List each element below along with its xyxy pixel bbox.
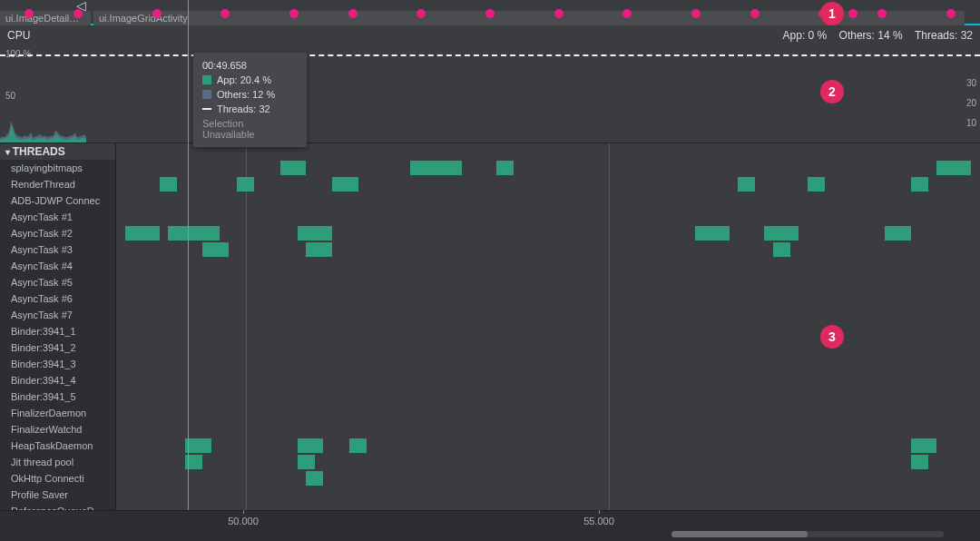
- scrollbar-thumb[interactable]: [671, 531, 808, 537]
- thread-row[interactable]: AsyncTask #1: [0, 209, 115, 225]
- thread-row[interactable]: AsyncTask #5: [0, 274, 115, 290]
- activity-block[interactable]: [168, 226, 220, 241]
- activity-block[interactable]: [808, 177, 825, 192]
- event-dot[interactable]: [691, 9, 701, 18]
- callout-1: 1: [820, 2, 844, 25]
- thread-row[interactable]: Jit thread pool: [0, 454, 115, 470]
- thread-row[interactable]: FinalizerWatchd: [0, 421, 115, 438]
- thread-lane[interactable]: [116, 372, 980, 389]
- event-dot[interactable]: [554, 9, 564, 18]
- tooltip-footer: Selection Unavailable: [202, 118, 298, 140]
- thread-row[interactable]: AsyncTask #3: [0, 241, 115, 258]
- thread-lane[interactable]: [116, 405, 980, 421]
- activity-block[interactable]: [306, 242, 332, 257]
- activity-block[interactable]: [280, 161, 307, 175]
- thread-names-column: THREADS splayingbitmapsRenderThreadADB-J…: [0, 143, 116, 510]
- activity-block[interactable]: [125, 226, 160, 241]
- thread-row[interactable]: splayingbitmaps: [0, 160, 115, 176]
- activity-block[interactable]: [298, 455, 315, 469]
- cpu-tooltip: 00:49.658 App: 20.4 % Others: 12 % Threa…: [193, 53, 307, 147]
- event-dot[interactable]: [750, 9, 760, 18]
- thread-row[interactable]: ADB-JDWP Connec: [0, 192, 115, 209]
- thread-lane[interactable]: [116, 160, 980, 176]
- cpu-area-chart: [0, 56, 86, 143]
- activity-block[interactable]: [936, 161, 971, 175]
- swatch-app-icon: [202, 75, 211, 84]
- ruler-tick-50: 50.000: [228, 516, 259, 526]
- threads-header[interactable]: THREADS: [0, 143, 115, 160]
- event-dot[interactable]: [152, 9, 162, 18]
- thread-lane[interactable]: [116, 241, 980, 258]
- thread-row[interactable]: AsyncTask #7: [0, 307, 115, 323]
- callout-2: 2: [820, 80, 844, 103]
- activity-block[interactable]: [911, 177, 928, 192]
- thread-row[interactable]: AsyncTask #4: [0, 258, 115, 274]
- thread-row[interactable]: HeapTaskDaemon: [0, 438, 115, 454]
- thread-lane[interactable]: [116, 258, 980, 274]
- activity-block[interactable]: [695, 226, 730, 241]
- thread-lane[interactable]: [116, 454, 980, 470]
- activity-block[interactable]: [185, 438, 211, 453]
- activity-block[interactable]: [332, 177, 358, 192]
- cpu-title: CPU: [7, 29, 30, 42]
- activity-block[interactable]: [496, 161, 514, 175]
- thread-lane[interactable]: [116, 487, 980, 503]
- activity-block[interactable]: [764, 226, 799, 241]
- activity-block[interactable]: [298, 438, 324, 453]
- activity-block[interactable]: [237, 177, 254, 192]
- activity-block[interactable]: [410, 161, 462, 175]
- thread-lane[interactable]: [116, 356, 980, 372]
- thread-lane[interactable]: [116, 176, 980, 192]
- thread-lane[interactable]: [116, 389, 980, 405]
- swatch-threads-icon: [202, 108, 211, 110]
- cpu-legend: App: 0 % Others: 14 % Threads: 32: [774, 29, 973, 42]
- thread-lane[interactable]: [116, 225, 980, 241]
- ruler-tick-55: 55.000: [583, 516, 614, 526]
- thread-lane[interactable]: [116, 323, 980, 339]
- thread-row[interactable]: Binder:3941_2: [0, 339, 115, 356]
- activity-block[interactable]: [885, 226, 911, 241]
- thread-lane[interactable]: [116, 274, 980, 290]
- event-dot[interactable]: [877, 9, 887, 18]
- thread-row[interactable]: FinalizerDaemon: [0, 405, 115, 421]
- swatch-others-icon: [202, 90, 211, 99]
- thread-row[interactable]: RenderThread: [0, 176, 115, 192]
- sec-axis-20: 20: [966, 98, 976, 108]
- activity-block[interactable]: [349, 438, 367, 453]
- activity-block[interactable]: [298, 226, 332, 241]
- thread-lane[interactable]: [116, 209, 980, 225]
- thread-lane[interactable]: [116, 307, 980, 323]
- activity-block[interactable]: [202, 242, 229, 257]
- thread-row[interactable]: AsyncTask #6: [0, 290, 115, 307]
- playhead[interactable]: [188, 0, 189, 510]
- thread-lane[interactable]: [116, 421, 980, 438]
- thread-lane[interactable]: [116, 438, 980, 454]
- thread-lane[interactable]: [116, 470, 980, 487]
- activity-block[interactable]: [306, 471, 323, 486]
- event-dot[interactable]: [848, 9, 858, 18]
- tooltip-time: 00:49.658: [202, 60, 298, 71]
- thread-row[interactable]: AsyncTask #2: [0, 225, 115, 241]
- activity-block[interactable]: [911, 455, 928, 469]
- thread-row[interactable]: Binder:3941_1: [0, 323, 115, 339]
- thread-row[interactable]: OkHttp Connecti: [0, 470, 115, 487]
- event-dot[interactable]: [348, 9, 358, 18]
- thread-row[interactable]: Profile Saver: [0, 487, 115, 503]
- event-dot[interactable]: [485, 9, 495, 18]
- thread-lane[interactable]: [116, 290, 980, 307]
- thread-row[interactable]: Binder:3941_4: [0, 372, 115, 389]
- activity-block[interactable]: [911, 438, 937, 453]
- time-ruler[interactable]: 50.000 55.000: [0, 510, 980, 541]
- thread-lane[interactable]: [116, 339, 980, 356]
- event-dot[interactable]: [289, 9, 299, 18]
- activity-block[interactable]: [773, 242, 790, 257]
- thread-lane[interactable]: [116, 192, 980, 209]
- horizontal-scrollbar[interactable]: [671, 531, 944, 537]
- sec-axis-10: 10: [966, 118, 976, 128]
- thread-timeline[interactable]: [116, 143, 980, 510]
- thread-row[interactable]: Binder:3941_3: [0, 356, 115, 372]
- thread-row[interactable]: Binder:3941_5: [0, 389, 115, 405]
- activity-block[interactable]: [738, 177, 755, 192]
- activity-block[interactable]: [160, 177, 177, 192]
- event-dot[interactable]: [946, 9, 956, 18]
